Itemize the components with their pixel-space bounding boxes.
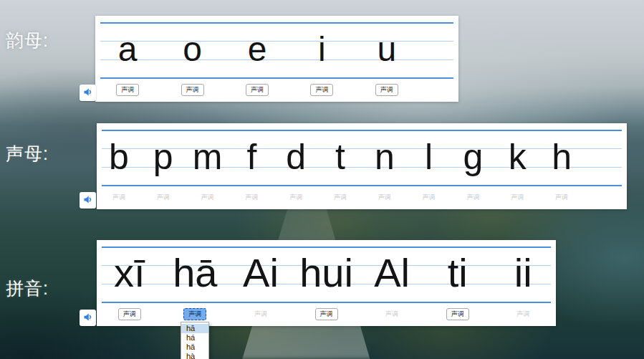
tone-button: 声调 <box>461 191 484 204</box>
letter-cell: ti声调 <box>425 240 491 326</box>
tone-option[interactable]: hā <box>181 324 208 333</box>
letter-cell: e声调 <box>225 16 289 102</box>
tone-button[interactable]: 声调 <box>310 84 333 96</box>
letter-cell: Ai声调 <box>228 240 294 326</box>
pinyin-letter: xī <box>114 253 145 293</box>
letter-cell: hā声调 <box>163 240 229 326</box>
letter-cell: u声调 <box>355 16 419 102</box>
letter-cell: b声调 <box>97 123 141 209</box>
tone-dropdown: hāháhǎhà <box>181 322 209 359</box>
letter-cell: t声调 <box>318 123 362 209</box>
shengmu-writing-card: b声调p声调m声调f声调d声调t声调n声调l声调g声调k声调h声调 <box>97 123 627 209</box>
letter-cells: a声调o声调e声调i声调u声调 <box>95 16 458 102</box>
pinyin-letter: e <box>248 32 267 67</box>
pinyin-letter: f <box>246 139 256 175</box>
row-label-shengmu: 声母: <box>6 142 49 166</box>
letter-cell: n声调 <box>362 123 407 209</box>
pinyin-letter: u <box>377 32 396 67</box>
letter-cells: b声调p声调m声调f声调d声调t声调n声调l声调g声调k声调h声调 <box>97 123 627 209</box>
tone-button: 声调 <box>196 191 219 204</box>
tone-button[interactable]: 声调 <box>183 308 206 320</box>
tone-option[interactable]: hà <box>181 352 208 359</box>
pinyin-letter: ti <box>448 253 468 293</box>
tone-button: 声调 <box>284 191 307 204</box>
pinyin-letter: h <box>552 139 572 175</box>
tone-button: 声调 <box>152 191 175 204</box>
letter-cells: xī声调hā声调Ai声调hui声调Al声调ti声调ii声调 <box>97 240 556 326</box>
letter-cell: a声调 <box>95 16 160 102</box>
tone-button: 声调 <box>107 191 130 204</box>
tone-button[interactable]: 声调 <box>116 84 139 96</box>
row-label-pinyin: 拼音: <box>6 277 49 300</box>
pinyin-letter: g <box>463 139 484 175</box>
pinyin-letter: m <box>193 139 223 175</box>
yunmu-writing-card: a声调o声调e声调i声调u声调 <box>95 16 458 102</box>
speaker-button-pinyin[interactable] <box>80 310 96 326</box>
letter-cell: xī声调 <box>97 240 163 326</box>
pinyin-letter: a <box>118 32 138 67</box>
tone-option[interactable]: há <box>181 333 208 343</box>
row-label-yunmu: 韵母: <box>6 29 49 52</box>
letter-cell: Al声调 <box>359 240 425 326</box>
pinyin-letter: k <box>509 139 527 175</box>
pinyin-letter: hui <box>299 253 353 293</box>
pinyin-letter: d <box>286 139 306 175</box>
letter-cell: d声调 <box>274 123 318 209</box>
speaker-button-shengmu[interactable] <box>80 192 96 209</box>
tone-button: 声调 <box>240 191 263 204</box>
tone-button: 声调 <box>506 191 529 204</box>
tone-button[interactable]: 声调 <box>181 84 204 96</box>
tone-button: 声调 <box>550 191 573 204</box>
pinyin-letter: p <box>153 139 173 175</box>
tone-button[interactable]: 声调 <box>315 308 338 320</box>
pinyin-letter: hā <box>173 253 217 293</box>
tone-button: 声调 <box>329 191 352 204</box>
letter-cell: o声调 <box>160 16 224 102</box>
speaker-icon <box>82 312 93 325</box>
pinyin-letter: o <box>183 32 202 67</box>
tone-button[interactable]: 声调 <box>446 308 469 320</box>
pinyin-letter: n <box>375 139 395 175</box>
tone-button: 声调 <box>373 191 396 204</box>
pinyin-letter: t <box>335 139 345 175</box>
tone-button[interactable]: 声调 <box>246 84 269 96</box>
tone-button: 声调 <box>249 308 272 320</box>
pinyin-letter: Al <box>374 253 410 293</box>
tone-button[interactable]: 声调 <box>118 308 141 320</box>
tone-button[interactable]: 声调 <box>375 84 398 96</box>
letter-cell: l声调 <box>407 123 451 209</box>
letter-cell: i声调 <box>289 16 354 102</box>
letter-cell: g声调 <box>451 123 496 209</box>
letter-cell: hui声调 <box>294 240 360 326</box>
letter-cell: k声调 <box>495 123 539 209</box>
speaker-icon <box>82 87 93 100</box>
pinyin-letter: Ai <box>243 253 279 293</box>
speaker-button-yunmu[interactable] <box>80 85 96 101</box>
tone-button: 声调 <box>380 308 403 320</box>
pinyin-letter: b <box>109 139 129 175</box>
pinyin-writing-card: xī声调hā声调Ai声调hui声调Al声调ti声调ii声调 <box>97 240 556 326</box>
tone-option[interactable]: hǎ <box>181 343 208 352</box>
letter-cell: f声调 <box>229 123 274 209</box>
tone-button: 声调 <box>511 308 534 320</box>
letter-cell: m声调 <box>186 123 230 209</box>
tone-button: 声调 <box>418 191 441 204</box>
letter-cell: ii声调 <box>490 240 556 326</box>
pinyin-letter: i <box>318 32 326 67</box>
pinyin-letter: l <box>425 139 433 175</box>
pinyin-letter: ii <box>514 253 532 293</box>
speaker-icon <box>82 194 93 207</box>
letter-cell: p声调 <box>141 123 186 209</box>
letter-cell: h声调 <box>539 123 584 209</box>
